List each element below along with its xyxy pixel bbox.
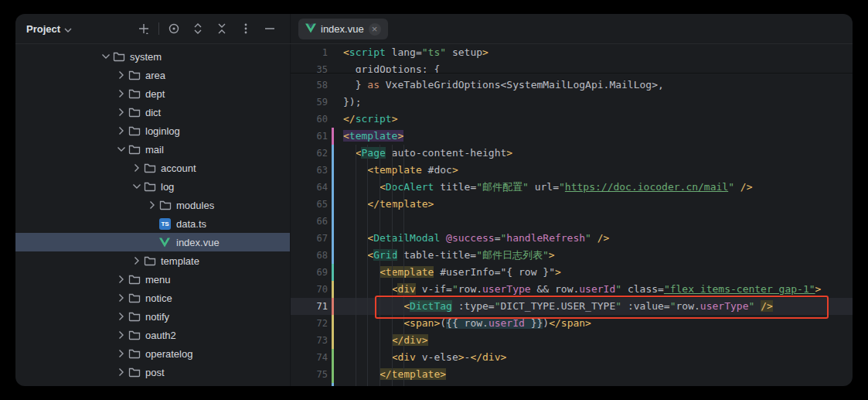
code-line-1[interactable]: 1<script lang="ts" setup> — [291, 44, 853, 61]
folder-icon — [159, 199, 175, 211]
indent-guide — [392, 145, 393, 386]
tree-item-data.ts[interactable]: TSdata.ts — [15, 214, 290, 233]
chevron-down-icon[interactable] — [114, 143, 128, 156]
folder-icon — [128, 273, 144, 285]
chevron-right-icon[interactable] — [130, 162, 144, 174]
gutter-marker — [332, 196, 334, 213]
add-icon[interactable] — [134, 19, 153, 38]
tree-item-label: dept — [145, 88, 165, 100]
code-line-61[interactable]: 61<template> — [291, 128, 853, 145]
more-icon[interactable] — [237, 19, 255, 38]
code-line-69[interactable]: 69 <template #userInfo="{ row }"> — [291, 264, 853, 281]
editor-tab-bar: index.vue × — [291, 14, 853, 43]
tree-item-label: mail — [145, 144, 164, 156]
gutter-marker — [332, 247, 334, 264]
line-number: 68 — [291, 247, 328, 264]
tree-item-system[interactable]: system — [15, 47, 290, 66]
code-line-75[interactable]: 75 </template> — [291, 366, 853, 383]
gutter-marker — [332, 383, 334, 386]
code-line-74[interactable]: 74 <div v-else>-</div> — [291, 349, 853, 366]
tree-item-area[interactable]: area — [15, 66, 290, 84]
code-line-58[interactable]: 58 } as VxeTableGridOptions<SystemMailLo… — [291, 77, 853, 94]
code-line-64[interactable]: 64 <DocAlert title="邮件配置" url="https://d… — [291, 179, 853, 196]
expand-all-icon[interactable] — [189, 19, 207, 38]
locate-icon[interactable] — [165, 19, 183, 38]
code-text: <Page auto-content-height> — [343, 145, 512, 162]
chevron-right-icon[interactable] — [114, 273, 128, 285]
code-line-63[interactable]: 63 <template #doc> — [291, 162, 853, 179]
folder-icon — [128, 347, 144, 360]
line-number: 64 — [291, 179, 328, 196]
code-text: <Grid table-title="邮件日志列表"> — [343, 247, 555, 264]
line-number: 72 — [291, 315, 328, 332]
code-line-76[interactable]: 76 <template #actions="{ row }"> — [291, 383, 853, 386]
chevron-right-icon[interactable] — [114, 87, 128, 100]
tree-item-label: log — [161, 181, 174, 193]
code-editor[interactable]: 58 } as VxeTableGridOptions<SystemMailLo… — [291, 44, 853, 386]
code-line-60[interactable]: 60</script> — [291, 111, 853, 128]
code-line-73[interactable]: 73 </div> — [291, 332, 853, 349]
code-line-66[interactable]: 66 — [291, 213, 853, 230]
code-text: <DocAlert title="邮件配置" url="https://doc.… — [343, 179, 752, 196]
tree-item-label: post — [145, 367, 165, 378]
line-number: 66 — [291, 213, 328, 230]
tree-item-modules[interactable]: modules — [15, 196, 290, 214]
chevron-right-icon[interactable] — [114, 310, 128, 323]
line-number: 58 — [291, 77, 328, 94]
chevron-right-icon[interactable] — [114, 69, 128, 81]
folder-icon — [128, 106, 144, 118]
code-text: <script lang="ts" setup> — [343, 44, 488, 61]
chevron-right-icon[interactable] — [130, 255, 144, 267]
hide-icon[interactable] — [260, 19, 279, 38]
ide-window: Project — [15, 14, 853, 386]
collapse-all-icon[interactable] — [213, 19, 231, 38]
tree-item-menu[interactable]: menu — [15, 270, 290, 289]
tree-item-dict[interactable]: dict — [15, 103, 290, 121]
code-line-68[interactable]: 68 <Grid table-title="邮件日志列表"> — [291, 247, 853, 264]
tree-item-log[interactable]: log — [15, 177, 290, 196]
code-line-35[interactable]: 35 gridOptions: { — [291, 61, 853, 74]
code-line-72[interactable]: 72 <span>({{ row.userId }})</span> — [291, 315, 853, 332]
tree-item-post[interactable]: post — [15, 363, 290, 381]
chevron-right-icon[interactable] — [145, 199, 159, 211]
chevron-right-icon[interactable] — [114, 385, 128, 386]
line-number: 63 — [291, 162, 328, 179]
tree-item-clipped[interactable] — [15, 381, 290, 386]
tree-item-loginlog[interactable]: loginlog — [15, 121, 290, 140]
code-text: <span>({{ row.userId }})</span> — [343, 315, 591, 332]
tree-item-label: data.ts — [176, 218, 206, 230]
code-line-62[interactable]: 62 <Page auto-content-height> — [291, 145, 853, 162]
chevron-right-icon[interactable] — [114, 125, 128, 137]
chevron-down-icon[interactable] — [99, 50, 113, 63]
tab-index-vue[interactable]: index.vue × — [298, 19, 388, 39]
tree-item-template[interactable]: template — [15, 251, 290, 270]
tree-item-oauth2[interactable]: oauth2 — [15, 326, 290, 344]
typescript-file-icon: TS — [159, 217, 175, 230]
tree-item-mail[interactable]: mail — [15, 140, 290, 159]
tree-item-operatelog[interactable]: operatelog — [15, 344, 290, 363]
indent-guide — [403, 145, 404, 386]
code-line-65[interactable]: 65 </template> — [291, 196, 853, 213]
tree-item-index.vue[interactable]: index.vue — [15, 233, 290, 251]
chevron-down-icon[interactable] — [130, 180, 144, 193]
code-line-59[interactable]: 59}); — [291, 94, 853, 111]
tree-item-label: dict — [145, 107, 161, 118]
tree-item-label: area — [145, 70, 165, 81]
tab-close-icon[interactable]: × — [369, 23, 381, 36]
tree-item-notify[interactable]: notify — [15, 307, 290, 326]
project-view-selector[interactable]: Project — [26, 23, 72, 35]
line-number: 60 — [291, 111, 328, 128]
chevron-right-icon[interactable] — [114, 292, 128, 304]
code-line-71[interactable]: 71 <DictTag :type="DICT_TYPE.USER_TYPE" … — [291, 298, 853, 315]
tree-item-account[interactable]: account — [15, 159, 290, 177]
chevron-right-icon[interactable] — [114, 106, 128, 118]
code-text: <div v-if="row.userType && row.userId" c… — [343, 281, 821, 298]
chevron-right-icon[interactable] — [114, 366, 128, 378]
code-line-70[interactable]: 70 <div v-if="row.userType && row.userId… — [291, 281, 853, 298]
tree-item-dept[interactable]: dept — [15, 84, 290, 103]
chevron-right-icon[interactable] — [114, 347, 128, 360]
vue-file-icon — [159, 236, 175, 248]
tree-item-notice[interactable]: notice — [15, 289, 290, 307]
chevron-right-icon[interactable] — [114, 329, 128, 341]
code-line-67[interactable]: 67 <DetailModal @success="handleRefresh"… — [291, 230, 853, 247]
